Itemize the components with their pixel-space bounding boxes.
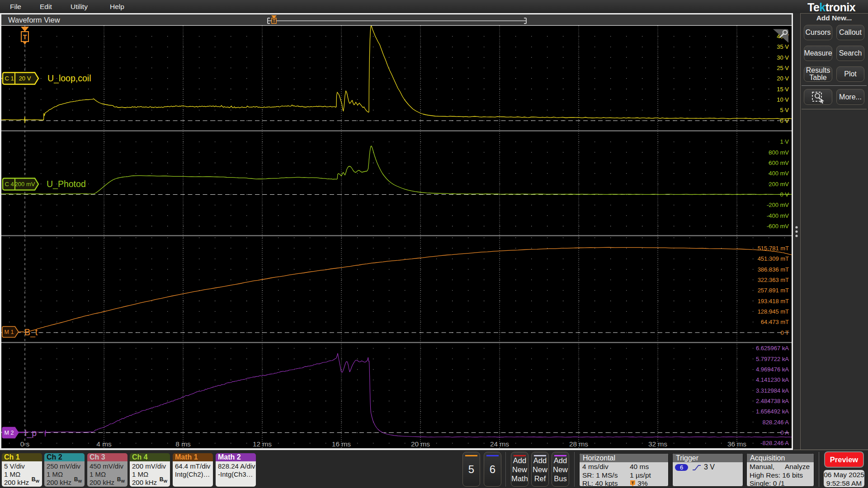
- svg-text:15 V: 15 V: [777, 86, 789, 93]
- svg-text:I_p: I_p: [24, 428, 37, 438]
- svg-text:20 ms: 20 ms: [411, 440, 430, 448]
- svg-text:800 mV: 800 mV: [769, 149, 789, 156]
- svg-text:3.312984 kA: 3.312984 kA: [756, 387, 789, 394]
- svg-text:400 mV: 400 mV: [769, 170, 789, 177]
- svg-text:0 T: 0 T: [780, 329, 789, 336]
- svg-text:828.246 A: 828.246 A: [762, 419, 789, 426]
- svg-text:1.656492 kA: 1.656492 kA: [756, 408, 789, 415]
- svg-text:T: T: [23, 33, 27, 41]
- svg-text:0 s: 0 s: [20, 440, 30, 448]
- svg-text:600 mV: 600 mV: [769, 160, 789, 166]
- svg-text:T: T: [632, 481, 634, 485]
- svg-text:200 mV: 200 mV: [15, 181, 35, 188]
- svg-text:5.797722 kA: 5.797722 kA: [756, 356, 789, 362]
- svg-text:0 A: 0 A: [780, 429, 789, 436]
- svg-text:5 V: 5 V: [780, 107, 789, 113]
- svg-text:30 V: 30 V: [777, 54, 789, 61]
- svg-text:M 2: M 2: [5, 430, 14, 436]
- svg-text:0 V: 0 V: [780, 117, 789, 124]
- svg-text:6.625967 kA: 6.625967 kA: [756, 345, 789, 352]
- svg-text:322.363 mT: 322.363 mT: [758, 277, 789, 283]
- svg-text:4.969476 kA: 4.969476 kA: [756, 366, 789, 373]
- svg-text:451.309 mT: 451.309 mT: [758, 255, 789, 262]
- svg-text:T: T: [273, 19, 275, 23]
- svg-text:28 ms: 28 ms: [569, 440, 588, 448]
- svg-text:10 V: 10 V: [777, 96, 789, 103]
- svg-text:20 V: 20 V: [19, 75, 31, 82]
- svg-text:16 ms: 16 ms: [332, 440, 351, 448]
- svg-text:36 ms: 36 ms: [727, 440, 746, 448]
- svg-text:386.836 mT: 386.836 mT: [758, 266, 789, 273]
- svg-text:4.141230 kA: 4.141230 kA: [756, 376, 789, 383]
- svg-text:64.473 mT: 64.473 mT: [761, 319, 789, 325]
- svg-text:515.781 mT: 515.781 mT: [758, 245, 789, 252]
- svg-text:1 V: 1 V: [780, 138, 789, 145]
- svg-text:-400 mV: -400 mV: [767, 212, 789, 219]
- svg-text:2.484738 kA: 2.484738 kA: [756, 398, 789, 404]
- svg-text:257.891 mT: 257.891 mT: [758, 287, 789, 294]
- svg-text:35 V: 35 V: [777, 43, 789, 50]
- svg-text:B_t: B_t: [24, 327, 38, 338]
- svg-text:-200 mV: -200 mV: [767, 202, 789, 208]
- svg-text:200 mV: 200 mV: [769, 181, 789, 188]
- svg-text:0 V: 0 V: [780, 191, 789, 198]
- svg-text:U_loop,coil: U_loop,coil: [47, 73, 91, 84]
- svg-text:U_Photod: U_Photod: [47, 179, 86, 189]
- svg-text:C 1: C 1: [5, 75, 14, 82]
- svg-text:4 ms: 4 ms: [96, 440, 112, 448]
- svg-text:-828.246 A: -828.246 A: [760, 440, 789, 446]
- svg-text:M 1: M 1: [5, 329, 14, 335]
- svg-text:128.945 mT: 128.945 mT: [758, 308, 789, 315]
- svg-text:25 V: 25 V: [777, 65, 789, 71]
- svg-text:32 ms: 32 ms: [648, 440, 667, 448]
- svg-text:24 ms: 24 ms: [490, 440, 509, 448]
- svg-text:20 V: 20 V: [777, 75, 789, 82]
- svg-text:C 4: C 4: [5, 181, 14, 188]
- svg-text:12 ms: 12 ms: [253, 440, 272, 448]
- svg-text:-600 mV: -600 mV: [767, 223, 789, 230]
- svg-text:8 ms: 8 ms: [175, 440, 191, 448]
- svg-text:193.418 mT: 193.418 mT: [758, 298, 789, 305]
